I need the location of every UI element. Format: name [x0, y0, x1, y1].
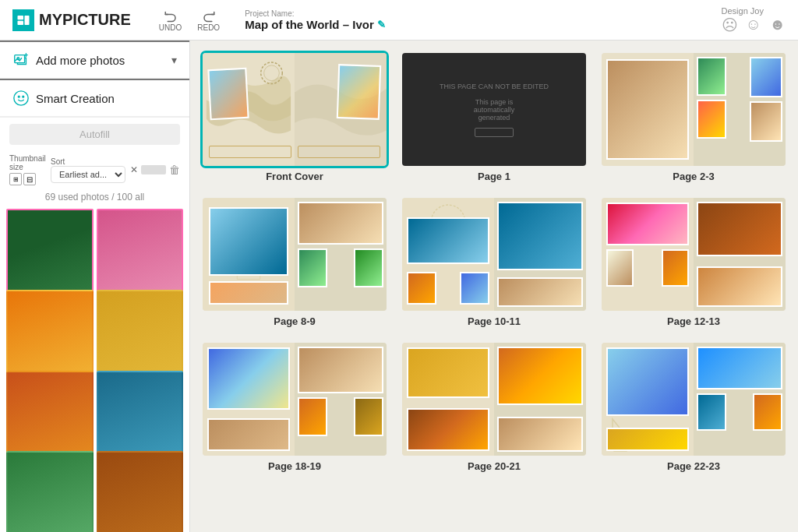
page-item-1: THIS PAGE CAN NOT BE EDITEDThis page isa… [402, 53, 586, 182]
svg-point-5 [18, 96, 19, 97]
page-thumbnail-2-3[interactable] [602, 53, 786, 166]
page-thumbnail-10-11[interactable] [402, 198, 586, 311]
page89-right3 [354, 248, 383, 287]
cover-photo-family [207, 68, 249, 121]
header-actions: UNDO REDO [153, 5, 226, 35]
page23-photo3 [697, 57, 726, 96]
edit-project-icon[interactable]: ✎ [377, 19, 386, 30]
page89-right2 [298, 248, 327, 287]
page-item-22-23: Page 22-23 [602, 343, 786, 472]
emoji-sad-button[interactable]: ☹ [722, 16, 738, 34]
smart-creation-button[interactable]: Smart Creation [0, 79, 189, 117]
sidebar-top: Add more photos ▾ Smart Creation [0, 41, 189, 118]
project-title-text: Map of the World – Ivor [245, 18, 374, 31]
page89-right1 [298, 202, 383, 245]
page1213-right1 [697, 202, 782, 256]
page23-photo4 [697, 100, 726, 139]
page1011-right-bot [497, 277, 583, 307]
hide-used-x-button[interactable]: ✕ [130, 164, 138, 175]
page-thumbnail-18-19[interactable] [203, 343, 387, 456]
thumbnail-size-control: Thumbnail size ⊞ ⊟ [9, 154, 46, 185]
delete-button[interactable]: 🗑 [169, 164, 180, 176]
page-cant-edit: THIS PAGE CAN NOT BE EDITEDThis page isa… [402, 53, 586, 166]
autofill-button[interactable]: Autofill [9, 124, 180, 145]
cover-text-slot [209, 146, 291, 158]
smart-creation-label: Smart Creation [36, 92, 115, 105]
undo-button[interactable]: UNDO [153, 5, 188, 35]
page2021-left2 [407, 408, 489, 451]
sort-label: Sort [51, 157, 125, 166]
page1819-left-bot [207, 418, 290, 451]
page89-main [209, 207, 288, 276]
sidebar: Add more photos ▾ Smart Creation Autofil… [0, 41, 190, 532]
page2223-left-bot [606, 428, 689, 451]
thumbnail-size-label: Thumbnail size [9, 154, 46, 171]
page2021-left1 [407, 347, 489, 398]
emoji-happy-button[interactable]: ☻ [769, 16, 786, 34]
design-joy-icons: ☹ ☺ ☻ [722, 16, 786, 34]
emoji-neutral-button[interactable]: ☺ [746, 16, 761, 34]
page1819-right1 [298, 347, 383, 393]
autofill-label: Autofill [79, 129, 110, 140]
redo-button[interactable]: REDO [191, 5, 226, 35]
hide-used-bar [141, 165, 166, 174]
svg-rect-0 [18, 16, 24, 19]
page1819-right3 [354, 397, 383, 436]
page-12-13-label: Page 12-13 [667, 315, 720, 327]
page23-photo1 [750, 57, 782, 97]
page-thumbnail-8-9[interactable] [203, 198, 387, 311]
page-item-12-13: Page 12-13 [602, 198, 786, 327]
page2021-right2 [497, 417, 583, 452]
page1011-main [407, 217, 489, 264]
page-thumbnail-12-13[interactable] [602, 198, 786, 311]
page1213-left3 [662, 249, 689, 287]
page1819-right2 [298, 397, 327, 436]
page1011-br [460, 272, 489, 305]
logo: MYPICTURE [12, 9, 131, 31]
design-joy-section: Design Joy ☹ ☺ ☻ [722, 6, 786, 34]
page-10-11-label: Page 10-11 [468, 315, 521, 327]
page-thumbnail-22-23[interactable] [602, 343, 786, 456]
thumb-small-icon[interactable]: ⊞ [9, 173, 22, 185]
thumb-size-icons: ⊞ ⊟ [9, 173, 36, 185]
main-content: Front Cover THIS PAGE CAN NOT BE EDITEDT… [190, 41, 798, 532]
page-2-3-label: Page 2-3 [673, 171, 714, 182]
sort-control: Sort Earliest ad... [51, 157, 125, 183]
thumb-large-icon[interactable]: ⊟ [23, 173, 36, 185]
hide-used-control: ✕ 🗑 [130, 164, 180, 176]
page1819-left-main [207, 347, 290, 410]
page2223-right1 [697, 347, 782, 389]
page-22-23-label: Page 22-23 [667, 460, 720, 472]
page89-bottom [209, 281, 288, 305]
add-photos-button[interactable]: Add more photos ▾ [0, 41, 189, 79]
page-item-front-cover: Front Cover [203, 53, 387, 182]
page2223-right3 [753, 393, 782, 431]
add-photos-chevron: ▾ [171, 54, 177, 66]
cant-edit-text: THIS PAGE CAN NOT BE EDITEDThis page isa… [424, 83, 564, 122]
page1011-bl [407, 272, 436, 305]
page-18-19-label: Page 18-19 [268, 460, 321, 472]
cover-photo-beach [337, 64, 381, 120]
page-thumbnail-1[interactable]: THIS PAGE CAN NOT BE EDITEDThis page isa… [402, 53, 586, 166]
redo-label: REDO [197, 23, 220, 32]
logo-text: MYPICTURE [39, 11, 131, 29]
page-thumbnail-front-cover[interactable] [203, 53, 387, 166]
page2223-left1 [606, 347, 689, 416]
page-thumbnail-20-21[interactable] [402, 343, 586, 456]
logo-icon [12, 9, 34, 31]
page2021-right1 [497, 347, 583, 405]
sort-select[interactable]: Earliest ad... [51, 166, 125, 183]
svg-point-6 [23, 96, 24, 97]
page-item-10-11: Page 10-11 [402, 198, 586, 327]
svg-rect-1 [18, 20, 24, 24]
page1213-right2 [697, 266, 782, 307]
photo-grid: 1 1 1 1 1 1 1 1 [0, 206, 189, 532]
cover-text-slot-2 [298, 146, 380, 158]
svg-rect-2 [25, 16, 30, 25]
design-joy-label: Design Joy [722, 6, 764, 16]
photo-thumb[interactable]: 1 [6, 451, 94, 532]
photo-thumb[interactable]: 1 [97, 451, 184, 532]
add-photos-label: Add more photos [36, 54, 125, 67]
undo-icon [164, 9, 178, 23]
page1213-left1 [606, 203, 689, 245]
